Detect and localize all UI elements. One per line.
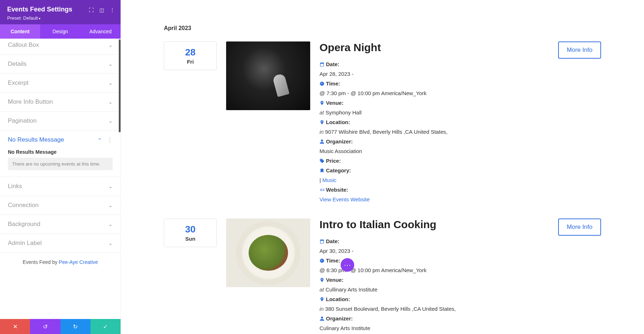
pin-icon <box>319 117 325 127</box>
tabs: Content Design Advanced <box>0 24 121 39</box>
scrollbar-thumb[interactable] <box>119 39 121 132</box>
section-header[interactable]: Pagination ⌄ <box>0 112 121 130</box>
pin-icon <box>319 98 325 108</box>
event-image[interactable] <box>226 218 310 287</box>
website-value: View Events Website <box>319 195 549 204</box>
layout-icon[interactable]: ◫ <box>99 7 104 13</box>
website-link[interactable]: View Events Website <box>319 196 370 202</box>
preset-label: Preset: Default <box>7 15 38 21</box>
section-title: Callout Box <box>8 41 39 49</box>
category-link[interactable]: Music <box>322 177 336 183</box>
chevron-down-icon: ⌄ <box>108 202 113 208</box>
event-info: Opera Night Date: Apr 28, 2023 - Time: @… <box>319 41 549 204</box>
website-line: Website: <box>319 185 549 195</box>
tag-icon <box>319 156 325 166</box>
section-connection: Connection ⌄ <box>0 196 121 215</box>
section-more-info-button: More Info Button ⌄ <box>0 93 121 112</box>
section-admin-label: Admin Label ⌄ <box>0 234 121 253</box>
event-image[interactable] <box>226 41 310 110</box>
section-header[interactable]: Admin Label ⌄ <box>0 234 121 252</box>
calendar-icon <box>319 236 325 246</box>
chevron-down-icon: ⌄ <box>108 99 113 105</box>
preset-dropdown[interactable]: Preset: Default▾ <box>7 15 113 21</box>
field-label: No Results Message <box>8 149 113 155</box>
chevron-down-icon: ⌄ <box>108 80 113 86</box>
calendar-icon <box>319 59 325 69</box>
chevron-down-icon: ⌄ <box>108 42 113 48</box>
date-number: 28 <box>164 47 216 58</box>
venue-value: at Symphony Hall <box>319 108 549 117</box>
section-title: Background <box>8 221 40 228</box>
pin-icon <box>319 275 325 285</box>
header-icons: ⛶ ◫ ⋮ <box>89 7 115 13</box>
section-title: More Info Button <box>8 98 53 105</box>
section-title: Connection <box>8 202 39 209</box>
person-icon <box>319 137 325 146</box>
sidebar-header: Events Feed Settings Preset: Default▾ ⛶ … <box>0 0 121 24</box>
pin-icon <box>319 294 325 304</box>
date-box: 30 Sun <box>164 218 217 247</box>
undo-button[interactable]: ↺ <box>30 319 60 334</box>
venue-value: at Cullinary Arts Institute <box>319 285 549 294</box>
section-header[interactable]: Links ⌄ <box>0 177 121 196</box>
time-value: @ 7:30 pm - @ 10:00 pm America/New_York <box>319 88 549 98</box>
person-icon <box>319 314 325 323</box>
section-header[interactable]: More Info Button ⌄ <box>0 93 121 111</box>
location-line: Location: <box>319 294 549 304</box>
date-day: Sun <box>164 236 216 242</box>
section-header[interactable]: Details ⌄ <box>0 55 121 73</box>
price-line: Price: <box>319 156 549 166</box>
app-root: Events Feed Settings Preset: Default▾ ⛶ … <box>0 0 644 334</box>
section-links: Links ⌄ <box>0 177 121 196</box>
credit-link[interactable]: Pee-Aye Creative <box>59 259 98 265</box>
month-header: April 2023 <box>164 25 601 31</box>
date-box: 28 Fri <box>164 41 217 70</box>
venue-line: Venue: <box>319 98 549 108</box>
section-header[interactable]: Background ⌄ <box>0 215 121 234</box>
section-title: No Results Message <box>8 136 64 143</box>
section-no-results-message: No Results Message ⌃ ⋮ No Results Messag… <box>0 131 121 177</box>
organizer-line: Organizer: <box>319 314 549 323</box>
section-title: Pagination <box>8 117 36 124</box>
more-info-button[interactable]: More Info <box>558 218 601 236</box>
section-body: No Results Message <box>0 149 121 177</box>
section-excerpt: Excerpt ⌄ <box>0 74 121 93</box>
section-header[interactable]: No Results Message ⌃ ⋮ <box>0 131 121 149</box>
section-title: Admin Label <box>8 240 42 247</box>
date-line: Date: <box>319 236 549 246</box>
section-pagination: Pagination ⌄ <box>0 112 121 131</box>
section-more-icon[interactable]: ⋮ <box>107 137 113 143</box>
organizer-value: Music Association <box>319 146 549 156</box>
chevron-down-icon: ⌄ <box>108 183 113 189</box>
sidebar-footer-credit: Events Feed by Pee-Aye Creative <box>0 253 121 271</box>
event-title[interactable]: Opera Night <box>319 41 549 54</box>
chevron-up-icon: ⌃ <box>98 137 102 143</box>
no-results-input[interactable] <box>8 158 113 170</box>
tab-design[interactable]: Design <box>40 24 80 39</box>
tab-content[interactable]: Content <box>0 24 40 39</box>
section-header[interactable]: Excerpt ⌄ <box>0 74 121 92</box>
redo-button[interactable]: ↻ <box>60 319 91 334</box>
event-info: Intro to Italian Cooking Date: Apr 30, 2… <box>319 218 549 333</box>
clock-icon <box>319 256 325 265</box>
clock-icon <box>319 79 325 88</box>
tab-advanced[interactable]: Advanced <box>80 24 121 39</box>
link-icon <box>319 185 325 195</box>
fab-button[interactable]: ⋯ <box>341 258 354 272</box>
save-button[interactable]: ✓ <box>91 319 121 334</box>
expand-icon[interactable]: ⛶ <box>89 7 94 13</box>
cancel-button[interactable]: ✕ <box>0 319 30 334</box>
event-row: 30 Sun Intro to Italian Cooking Date: Ap… <box>164 218 601 333</box>
more-icon[interactable]: ⋮ <box>110 7 115 13</box>
chevron-down-icon: ⌄ <box>108 61 113 67</box>
location-value: in 9077 Wilshire Blvd, Beverly Hills ,CA… <box>319 127 549 137</box>
section-header[interactable]: Connection ⌄ <box>0 196 121 215</box>
accordion: Callout Box ⌄ Details ⌄ Excerpt ⌄ More I… <box>0 39 121 319</box>
settings-sidebar: Events Feed Settings Preset: Default▾ ⛶ … <box>0 0 121 334</box>
location-value: in 380 Sunset Boulevard, Beverly Hills ,… <box>319 304 549 314</box>
section-background: Background ⌄ <box>0 215 121 234</box>
event-title[interactable]: Intro to Italian Cooking <box>319 218 549 231</box>
more-info-button[interactable]: More Info <box>558 41 601 59</box>
section-header[interactable]: Callout Box ⌄ <box>0 39 121 54</box>
action-bar: ✕ ↺ ↻ ✓ <box>0 319 121 334</box>
